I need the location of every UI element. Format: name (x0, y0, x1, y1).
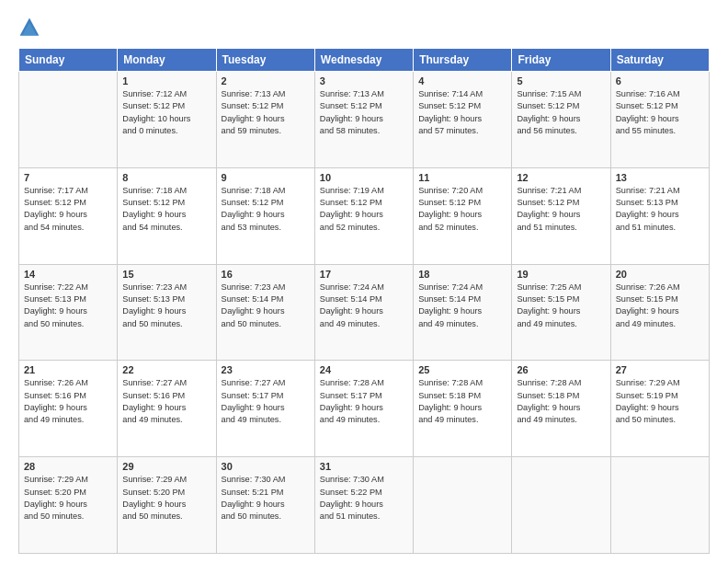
weekday-header-friday: Friday (512, 49, 610, 72)
day-info: Sunrise: 7:18 AMSunset: 5:12 PMDaylight:… (122, 185, 210, 234)
calendar-cell: 1Sunrise: 7:12 AMSunset: 5:12 PMDaylight… (118, 72, 216, 168)
day-info: Sunrise: 7:23 AMSunset: 5:14 PMDaylight:… (222, 282, 310, 330)
calendar-cell: 3Sunrise: 7:13 AMSunset: 5:12 PMDaylight… (314, 72, 413, 168)
day-number: 20 (616, 269, 704, 280)
day-info: Sunrise: 7:28 AMSunset: 5:18 PMDaylight:… (418, 377, 506, 426)
day-number: 28 (24, 461, 112, 472)
day-info: Sunrise: 7:13 AMSunset: 5:12 PMDaylight:… (320, 88, 408, 137)
day-number: 9 (222, 172, 310, 183)
day-number: 11 (418, 172, 506, 183)
day-info: Sunrise: 7:26 AMSunset: 5:15 PMDaylight:… (616, 282, 704, 330)
day-info: Sunrise: 7:30 AMSunset: 5:21 PMDaylight:… (222, 474, 310, 523)
calendar-cell: 12Sunrise: 7:21 AMSunset: 5:12 PMDayligh… (512, 167, 610, 264)
day-number: 1 (122, 75, 210, 86)
day-info: Sunrise: 7:27 AMSunset: 5:17 PMDaylight:… (222, 377, 310, 426)
calendar-cell: 15Sunrise: 7:23 AMSunset: 5:13 PMDayligh… (118, 264, 216, 361)
calendar-cell: 22Sunrise: 7:27 AMSunset: 5:16 PMDayligh… (118, 361, 216, 457)
day-info: Sunrise: 7:23 AMSunset: 5:13 PMDaylight:… (122, 282, 210, 330)
day-info: Sunrise: 7:25 AMSunset: 5:15 PMDaylight:… (517, 282, 605, 330)
day-number: 27 (616, 364, 704, 375)
day-number: 16 (222, 269, 310, 280)
day-info: Sunrise: 7:28 AMSunset: 5:18 PMDaylight:… (517, 377, 605, 426)
day-info: Sunrise: 7:29 AMSunset: 5:19 PMDaylight:… (616, 377, 704, 426)
calendar-week-2: 14Sunrise: 7:22 AMSunset: 5:13 PMDayligh… (19, 264, 710, 361)
day-number: 30 (222, 461, 310, 472)
calendar-week-1: 7Sunrise: 7:17 AMSunset: 5:12 PMDaylight… (19, 167, 710, 264)
day-number: 3 (320, 75, 408, 86)
calendar-cell: 16Sunrise: 7:23 AMSunset: 5:14 PMDayligh… (216, 264, 314, 361)
header (18, 17, 710, 39)
calendar-cell: 2Sunrise: 7:13 AMSunset: 5:12 PMDaylight… (216, 72, 314, 168)
day-number: 15 (122, 269, 210, 280)
day-number: 4 (418, 75, 506, 86)
day-number: 25 (418, 364, 506, 375)
calendar-table: SundayMondayTuesdayWednesdayThursdayFrid… (18, 48, 710, 554)
weekday-header-sunday: Sunday (19, 49, 118, 72)
day-number: 7 (24, 172, 112, 183)
day-number: 31 (320, 461, 408, 472)
day-number: 23 (222, 364, 310, 375)
day-info: Sunrise: 7:26 AMSunset: 5:16 PMDaylight:… (24, 377, 112, 426)
calendar-cell: 30Sunrise: 7:30 AMSunset: 5:21 PMDayligh… (216, 457, 314, 554)
calendar-cell: 21Sunrise: 7:26 AMSunset: 5:16 PMDayligh… (19, 361, 118, 457)
day-number: 5 (517, 75, 605, 86)
weekday-header-thursday: Thursday (414, 49, 512, 72)
weekday-header-tuesday: Tuesday (216, 49, 314, 72)
day-info: Sunrise: 7:21 AMSunset: 5:13 PMDaylight:… (616, 185, 704, 234)
weekday-header-saturday: Saturday (610, 49, 709, 72)
weekday-header-wednesday: Wednesday (314, 49, 413, 72)
day-number: 17 (320, 269, 408, 280)
calendar-cell: 18Sunrise: 7:24 AMSunset: 5:14 PMDayligh… (414, 264, 512, 361)
day-number: 13 (616, 172, 704, 183)
day-number: 12 (517, 172, 605, 183)
weekday-header-monday: Monday (118, 49, 216, 72)
day-number: 24 (320, 364, 408, 375)
day-info: Sunrise: 7:12 AMSunset: 5:12 PMDaylight:… (122, 88, 210, 137)
day-info: Sunrise: 7:24 AMSunset: 5:14 PMDaylight:… (418, 282, 506, 330)
calendar-cell: 6Sunrise: 7:16 AMSunset: 5:12 PMDaylight… (610, 72, 709, 168)
day-info: Sunrise: 7:18 AMSunset: 5:12 PMDaylight:… (222, 185, 310, 234)
calendar-cell: 24Sunrise: 7:28 AMSunset: 5:17 PMDayligh… (314, 361, 413, 457)
day-info: Sunrise: 7:28 AMSunset: 5:17 PMDaylight:… (320, 377, 408, 426)
day-number: 22 (122, 364, 210, 375)
calendar-cell (414, 457, 512, 554)
day-info: Sunrise: 7:27 AMSunset: 5:16 PMDaylight:… (122, 377, 210, 426)
day-info: Sunrise: 7:24 AMSunset: 5:14 PMDaylight:… (320, 282, 408, 330)
day-number: 10 (320, 172, 408, 183)
calendar-cell (610, 457, 709, 554)
calendar-week-4: 28Sunrise: 7:29 AMSunset: 5:20 PMDayligh… (19, 457, 710, 554)
day-info: Sunrise: 7:15 AMSunset: 5:12 PMDaylight:… (517, 88, 605, 137)
day-number: 21 (24, 364, 112, 375)
calendar-cell: 20Sunrise: 7:26 AMSunset: 5:15 PMDayligh… (610, 264, 709, 361)
day-info: Sunrise: 7:21 AMSunset: 5:12 PMDaylight:… (517, 185, 605, 234)
day-number: 14 (24, 269, 112, 280)
calendar-cell: 10Sunrise: 7:19 AMSunset: 5:12 PMDayligh… (314, 167, 413, 264)
page: SundayMondayTuesdayWednesdayThursdayFrid… (0, 0, 728, 563)
calendar-cell (512, 457, 610, 554)
calendar-cell: 31Sunrise: 7:30 AMSunset: 5:22 PMDayligh… (314, 457, 413, 554)
calendar-cell: 23Sunrise: 7:27 AMSunset: 5:17 PMDayligh… (216, 361, 314, 457)
calendar-week-3: 21Sunrise: 7:26 AMSunset: 5:16 PMDayligh… (19, 361, 710, 457)
calendar-cell: 8Sunrise: 7:18 AMSunset: 5:12 PMDaylight… (118, 167, 216, 264)
day-number: 6 (616, 75, 704, 86)
day-number: 2 (222, 75, 310, 86)
calendar-cell: 14Sunrise: 7:22 AMSunset: 5:13 PMDayligh… (19, 264, 118, 361)
calendar-week-0: 1Sunrise: 7:12 AMSunset: 5:12 PMDaylight… (19, 72, 710, 168)
day-number: 19 (517, 269, 605, 280)
day-info: Sunrise: 7:20 AMSunset: 5:12 PMDaylight:… (418, 185, 506, 234)
day-info: Sunrise: 7:29 AMSunset: 5:20 PMDaylight:… (122, 474, 210, 523)
day-number: 8 (122, 172, 210, 183)
calendar-cell: 17Sunrise: 7:24 AMSunset: 5:14 PMDayligh… (314, 264, 413, 361)
day-number: 26 (517, 364, 605, 375)
calendar-cell: 29Sunrise: 7:29 AMSunset: 5:20 PMDayligh… (118, 457, 216, 554)
calendar-cell: 28Sunrise: 7:29 AMSunset: 5:20 PMDayligh… (19, 457, 118, 554)
day-number: 18 (418, 269, 506, 280)
calendar-header: SundayMondayTuesdayWednesdayThursdayFrid… (19, 49, 710, 72)
calendar-cell: 5Sunrise: 7:15 AMSunset: 5:12 PMDaylight… (512, 72, 610, 168)
day-info: Sunrise: 7:13 AMSunset: 5:12 PMDaylight:… (222, 88, 310, 137)
day-info: Sunrise: 7:19 AMSunset: 5:12 PMDaylight:… (320, 185, 408, 234)
calendar-cell: 13Sunrise: 7:21 AMSunset: 5:13 PMDayligh… (610, 167, 709, 264)
calendar-cell: 25Sunrise: 7:28 AMSunset: 5:18 PMDayligh… (414, 361, 512, 457)
calendar-cell (19, 72, 118, 168)
day-info: Sunrise: 7:30 AMSunset: 5:22 PMDaylight:… (320, 474, 408, 523)
